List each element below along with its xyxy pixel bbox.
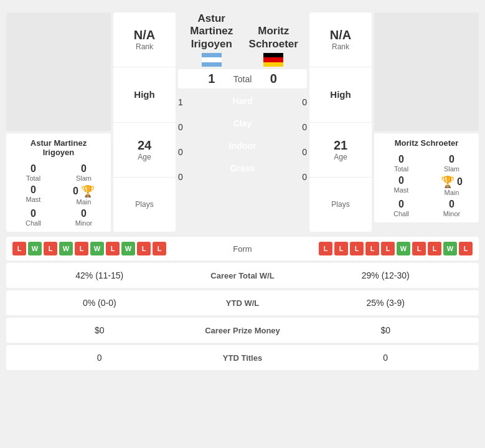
right-player-info-card: Moritz Schroeter 0 Total 0 Slam 0 Mast bbox=[374, 133, 479, 222]
indoor-badge: Indoor bbox=[186, 136, 299, 156]
ytd-wl-left: 0% (0-0) bbox=[12, 298, 187, 308]
right-player-name: Moritz Schroeter bbox=[395, 138, 459, 148]
left-stat-slam: 0 Slam bbox=[62, 163, 106, 182]
right-age-label: Age bbox=[334, 153, 347, 161]
left-form-badge-0: L bbox=[12, 242, 26, 255]
left-form-badge-1: W bbox=[28, 242, 42, 255]
ytd-titles-row: 0 YTD Titles 0 bbox=[6, 345, 479, 370]
total-right-val: 0 bbox=[264, 72, 283, 86]
clay-left-val: 0 bbox=[178, 116, 183, 138]
center-column: Astur Martinez Irigoyen Moritz bbox=[178, 12, 307, 232]
right-plays-val: Plays bbox=[331, 200, 349, 209]
right-stat-total: 0 Total bbox=[379, 154, 423, 173]
right-rank-label: Rank bbox=[332, 42, 349, 51]
right-form-badge-6: L bbox=[412, 242, 426, 255]
left-stat-total: 0 Total bbox=[11, 163, 55, 182]
hard-left-val: 1 bbox=[178, 91, 183, 113]
ytd-wl-row: 0% (0-0) YTD W/L 25% (3-9) bbox=[6, 290, 479, 315]
right-flag-container bbox=[243, 53, 305, 67]
argentina-flag bbox=[202, 53, 222, 67]
left-form-badge-3: W bbox=[59, 242, 73, 255]
left-form-badges: L W L W L W L W L L bbox=[12, 242, 218, 255]
right-form-badge-8: W bbox=[443, 242, 457, 255]
right-side-panel: N/A Rank High 21 Age Plays bbox=[309, 12, 372, 232]
hard-badge: Hard bbox=[186, 91, 299, 111]
career-total-row: 42% (11-15) Career Total W/L 29% (12-30) bbox=[6, 263, 479, 288]
right-player-photo-card bbox=[374, 12, 479, 131]
right-stat-mast: 0 Mast bbox=[379, 175, 423, 196]
right-form-badge-9: L bbox=[459, 242, 473, 255]
left-player-name: Astur Martinez Irigoyen bbox=[31, 138, 87, 157]
left-player-info-card: Astur Martinez Irigoyen 0 Total 0 Slam 0… bbox=[6, 133, 111, 232]
ytd-titles-left: 0 bbox=[12, 353, 187, 363]
form-label: Form bbox=[218, 244, 268, 254]
career-total-left: 42% (11-15) bbox=[12, 270, 187, 280]
right-form-badge-0: L bbox=[319, 242, 332, 255]
right-high-val: High bbox=[330, 89, 351, 100]
left-form-badge-7: W bbox=[121, 242, 135, 255]
prize-money-left: $0 bbox=[12, 325, 187, 335]
right-stat-minor: 0 Minor bbox=[430, 199, 474, 217]
main-layout: Astur Martinez Irigoyen 0 Total 0 Slam 0… bbox=[0, 6, 485, 232]
career-total-label: Career Total W/L bbox=[187, 271, 299, 280]
right-form-badge-3: L bbox=[365, 242, 379, 255]
total-label: Total bbox=[233, 74, 252, 84]
left-form-badge-9: L bbox=[153, 242, 166, 255]
left-player-photo-card bbox=[6, 12, 111, 131]
left-plays-box: Plays bbox=[113, 178, 176, 232]
right-form-badge-7: L bbox=[428, 242, 441, 255]
grass-right-val: 0 bbox=[302, 166, 307, 188]
right-form-badge-5: W bbox=[397, 242, 410, 255]
left-trophy-icon: 🏆 bbox=[81, 184, 95, 198]
left-side-panel: N/A Rank High 24 Age Plays bbox=[113, 12, 176, 232]
right-trophy-icon: 🏆 bbox=[441, 175, 454, 189]
left-form-badge-8: L bbox=[137, 242, 151, 255]
ytd-titles-label: YTD Titles bbox=[187, 353, 299, 363]
left-form-badge-6: L bbox=[106, 242, 120, 255]
left-plays-val: Plays bbox=[135, 200, 153, 209]
left-trophy-row: 0 🏆 bbox=[62, 184, 106, 198]
bottom-section: L W L W L W L W L L Form L L L L L W L L bbox=[0, 237, 485, 370]
comparison-container: Astur Martinez Irigoyen 0 Total 0 Slam 0… bbox=[0, 0, 485, 379]
grass-badge: Grass bbox=[186, 158, 299, 178]
left-player-stats-grid: 0 Total 0 Slam 0 Mast 0 🏆 bbox=[11, 163, 106, 227]
indoor-left-val: 0 bbox=[178, 141, 183, 163]
left-flag-container bbox=[181, 53, 243, 67]
right-form-badge-1: L bbox=[334, 242, 348, 255]
left-age-box: 24 Age bbox=[113, 123, 176, 178]
left-rank-label: Rank bbox=[136, 42, 153, 51]
left-stat-main-trophy: 0 🏆 Main bbox=[62, 184, 106, 206]
prize-money-row: $0 Career Prize Money $0 bbox=[6, 318, 479, 343]
courts-badges-col: Hard Clay Indoor Grass bbox=[186, 91, 299, 188]
right-plays-box: Plays bbox=[309, 178, 372, 232]
center-courts-section: 1 0 0 0 Hard Clay Indoor Grass 0 0 0 bbox=[178, 91, 307, 188]
clay-right-val: 0 bbox=[302, 116, 307, 138]
left-high-box: High bbox=[113, 67, 176, 122]
right-player-column: Moritz Schroeter 0 Total 0 Slam 0 Mast bbox=[374, 12, 479, 232]
ytd-wl-right: 25% (3-9) bbox=[299, 298, 473, 308]
hard-right-val: 0 bbox=[302, 91, 307, 113]
left-age-label: Age bbox=[138, 153, 151, 161]
right-age-val: 21 bbox=[334, 138, 347, 153]
left-form-badge-5: W bbox=[90, 242, 104, 255]
right-player-photo bbox=[374, 12, 479, 131]
left-stat-chall: 0 Chall bbox=[11, 208, 55, 227]
right-form-badge-2: L bbox=[350, 242, 364, 255]
left-rank-val: N/A bbox=[134, 28, 155, 42]
right-rank-val: N/A bbox=[330, 28, 351, 42]
left-stat-mast: 0 Mast bbox=[11, 184, 55, 206]
career-total-right: 29% (12-30) bbox=[299, 270, 473, 280]
courts-left-vals: 1 0 0 0 bbox=[178, 91, 183, 188]
right-trophy-row: 🏆 0 bbox=[430, 175, 474, 189]
right-player-name-header: Moritz Schroeter bbox=[243, 25, 305, 67]
form-row: L W L W L W L W L L Form L L L L L W L L bbox=[6, 237, 479, 260]
left-player-column: Astur Martinez Irigoyen 0 Total 0 Slam 0… bbox=[6, 12, 111, 232]
players-header-row: Astur Martinez Irigoyen Moritz bbox=[178, 12, 307, 67]
germany-flag bbox=[263, 53, 283, 67]
right-stat-main-trophy: 🏆 0 Main bbox=[430, 175, 474, 196]
total-left-val: 1 bbox=[202, 72, 221, 86]
left-high-val: High bbox=[134, 89, 154, 100]
ytd-titles-right: 0 bbox=[299, 353, 473, 363]
left-stat-minor: 0 Minor bbox=[62, 208, 106, 227]
left-player-photo bbox=[6, 12, 111, 131]
